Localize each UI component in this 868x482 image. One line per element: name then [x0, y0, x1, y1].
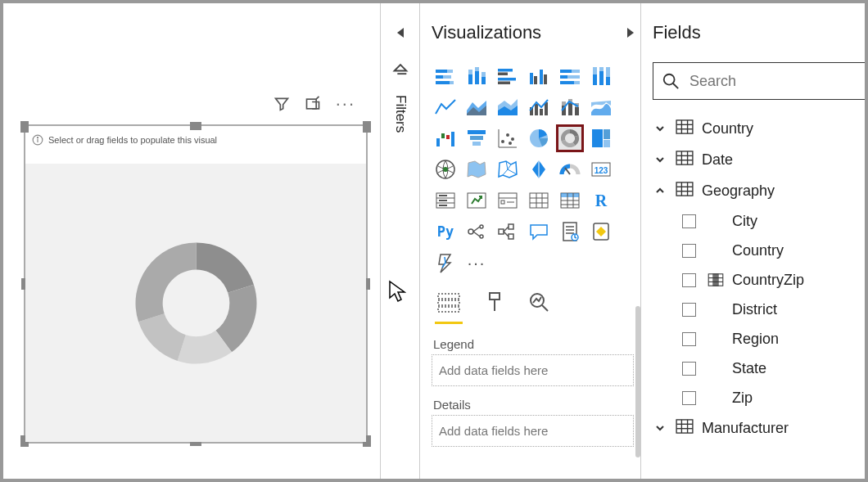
- svg-rect-28: [560, 75, 567, 79]
- field-label: Zip: [732, 390, 753, 407]
- report-canvas[interactable]: ··· Select or drag fields to populate th…: [3, 3, 380, 479]
- viz-stacked-bar-chart[interactable]: [432, 62, 459, 90]
- fields-tab[interactable]: [436, 291, 461, 321]
- viz-line-stacked-column-chart[interactable]: [556, 93, 584, 121]
- resize-handle[interactable]: [363, 121, 371, 133]
- field-district[interactable]: District: [653, 295, 868, 324]
- viz-gauge[interactable]: [556, 155, 584, 183]
- viz-map[interactable]: [432, 155, 459, 183]
- svg-point-57: [506, 133, 509, 137]
- chevron-left-icon[interactable]: [397, 28, 404, 38]
- field-checkbox[interactable]: [682, 332, 696, 346]
- svg-rect-12: [468, 70, 472, 74]
- field-checkbox[interactable]: [682, 303, 696, 317]
- viz-slicer[interactable]: [494, 187, 522, 214]
- svg-point-97: [480, 235, 483, 238]
- viz-funnel-chart[interactable]: [463, 124, 491, 152]
- field-zip[interactable]: Zip: [653, 383, 868, 412]
- field-checkbox[interactable]: [682, 214, 696, 228]
- svg-point-65: [443, 167, 448, 172]
- viz-100pct-stacked-bar-chart[interactable]: [556, 62, 584, 90]
- viz-kpi[interactable]: [463, 187, 491, 214]
- viz-matrix[interactable]: [556, 187, 584, 214]
- analytics-tab[interactable]: [528, 291, 551, 321]
- viz-paginated-report[interactable]: [556, 218, 584, 246]
- viz-more-visuals[interactable]: ···: [463, 249, 491, 277]
- field-country[interactable]: Country: [653, 236, 868, 265]
- svg-rect-43: [568, 103, 572, 115]
- viz-multi-row-card[interactable]: [432, 187, 459, 214]
- resize-handle[interactable]: [20, 121, 29, 133]
- table-icon: [676, 182, 694, 200]
- table-label: Manufacturer: [702, 420, 789, 437]
- viz-key-influencers[interactable]: [463, 218, 491, 246]
- table-geography[interactable]: Geography: [653, 175, 868, 206]
- visual-container[interactable]: Select or drag fields to populate this v…: [24, 124, 368, 444]
- viz-power-apps[interactable]: [587, 218, 615, 246]
- viz-decomposition-tree[interactable]: [494, 218, 522, 246]
- svg-rect-40: [545, 102, 548, 115]
- viz-ribbon-chart[interactable]: [587, 93, 615, 121]
- table-country[interactable]: Country: [653, 113, 868, 144]
- viz-line-clustered-column-chart[interactable]: [525, 93, 553, 121]
- fields-search[interactable]: [653, 62, 868, 100]
- svg-rect-9: [436, 81, 450, 84]
- table-manufacturer[interactable]: Manufacturer: [653, 412, 868, 444]
- svg-rect-7: [436, 75, 443, 79]
- viz-table[interactable]: [525, 187, 553, 214]
- field-checkbox[interactable]: [682, 362, 696, 376]
- chevron-right-icon[interactable]: [627, 28, 634, 38]
- svg-rect-112: [490, 293, 500, 300]
- viz-clustered-bar-chart[interactable]: [494, 62, 522, 90]
- chevron-down-icon[interactable]: [653, 154, 667, 165]
- viz-filled-map[interactable]: [463, 155, 491, 183]
- field-state[interactable]: State: [653, 354, 868, 383]
- table-date[interactable]: Date: [653, 144, 868, 175]
- svg-point-93: [468, 229, 473, 234]
- viz-shape-map[interactable]: [494, 155, 522, 183]
- viz-scatter-chart[interactable]: [494, 124, 522, 152]
- legend-field-well[interactable]: Add data fields here: [432, 354, 634, 386]
- viz-line-chart[interactable]: [432, 93, 459, 121]
- svg-point-56: [501, 140, 504, 143]
- blank-icon: [708, 214, 724, 227]
- svg-rect-52: [470, 136, 483, 140]
- chevron-down-icon[interactable]: [653, 123, 667, 134]
- chevron-down-icon[interactable]: [653, 422, 667, 434]
- field-city[interactable]: City: [653, 206, 868, 236]
- viz-azure-map[interactable]: [525, 155, 553, 183]
- details-field-well[interactable]: Add data fields here: [432, 415, 634, 447]
- viz-clustered-column-chart[interactable]: [525, 62, 553, 90]
- viz-treemap[interactable]: [587, 124, 615, 152]
- field-checkbox[interactable]: [682, 391, 696, 405]
- resize-handle[interactable]: [190, 122, 201, 130]
- search-input[interactable]: [688, 72, 868, 91]
- field-countryzip[interactable]: CountryZip: [653, 265, 868, 295]
- field-region[interactable]: Region: [653, 324, 868, 354]
- viz-power-automate[interactable]: [432, 249, 459, 277]
- viz-stacked-column-chart[interactable]: [463, 62, 491, 90]
- field-checkbox[interactable]: [682, 244, 696, 258]
- eraser-icon[interactable]: [391, 57, 409, 75]
- viz-r-visual[interactable]: R: [587, 187, 615, 214]
- viz-area-chart[interactable]: [463, 93, 491, 121]
- field-checkbox[interactable]: [682, 273, 696, 287]
- viz-card[interactable]: 123: [587, 155, 615, 183]
- focus-mode-icon[interactable]: [305, 96, 321, 112]
- viz-qna-visual[interactable]: [525, 218, 553, 246]
- viz-100pct-stacked-column-chart[interactable]: [587, 62, 615, 90]
- filter-icon[interactable]: [274, 96, 290, 112]
- svg-rect-17: [498, 69, 513, 72]
- viz-stacked-area-chart[interactable]: [494, 93, 522, 121]
- viz-donut-chart[interactable]: [556, 124, 584, 152]
- viz-pie-chart[interactable]: [525, 124, 553, 152]
- scrollbar[interactable]: [635, 306, 640, 457]
- svg-rect-78: [501, 200, 504, 204]
- field-label: District: [732, 301, 777, 318]
- viz-python-visual[interactable]: Py: [432, 218, 459, 246]
- filters-pane-collapsed[interactable]: Filters: [380, 3, 419, 479]
- viz-waterfall-chart[interactable]: [432, 124, 459, 152]
- more-options-icon[interactable]: ···: [336, 93, 355, 115]
- format-tab[interactable]: [484, 291, 505, 321]
- chevron-up-icon[interactable]: [653, 185, 667, 196]
